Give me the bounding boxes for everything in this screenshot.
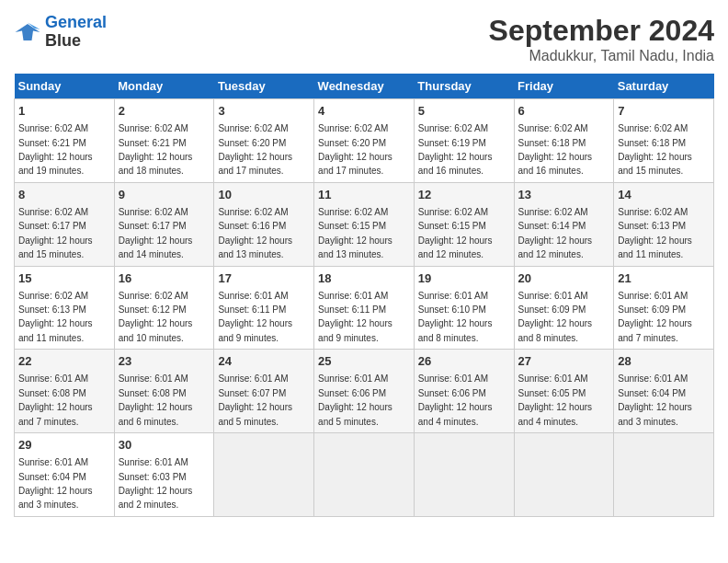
day-number: 11 [318, 187, 410, 203]
day-number: 14 [618, 187, 710, 203]
header-sunday: Sunday [15, 74, 115, 99]
day-cell-12: 12 Sunrise: 6:02 AMSunset: 6:15 PMDaylig… [414, 182, 514, 266]
header-friday: Friday [514, 74, 614, 99]
day-cell-4: 4 Sunrise: 6:02 AMSunset: 6:20 PMDayligh… [314, 99, 415, 183]
day-number: 12 [418, 187, 510, 203]
empty-cell-w4-d5 [514, 433, 614, 517]
day-number: 7 [618, 103, 710, 120]
day-cell-13: 13 Sunrise: 6:02 AMSunset: 6:14 PMDaylig… [514, 182, 614, 266]
day-cell-7: 7 Sunrise: 6:02 AMSunset: 6:18 PMDayligh… [614, 99, 714, 183]
day-number: 16 [119, 270, 210, 287]
day-number: 23 [119, 353, 210, 370]
day-cell-28: 28 Sunrise: 6:01 AMSunset: 6:04 PMDaylig… [614, 350, 714, 433]
logo-icon [14, 21, 41, 43]
title-block: September 2024 Madukkur, Tamil Nadu, Ind… [489, 14, 714, 64]
calendar-title: September 2024 [489, 14, 714, 48]
day-cell-5: 5 Sunrise: 6:02 AMSunset: 6:19 PMDayligh… [414, 99, 514, 183]
day-number: 6 [518, 103, 610, 120]
day-info: Sunrise: 6:02 AMSunset: 6:13 PMDaylight:… [618, 207, 692, 259]
day-cell-23: 23 Sunrise: 6:01 AMSunset: 6:08 PMDaylig… [114, 350, 214, 433]
day-number: 28 [618, 353, 710, 370]
day-number: 22 [18, 353, 110, 370]
day-cell-15: 15 Sunrise: 6:02 AMSunset: 6:13 PMDaylig… [15, 266, 115, 350]
day-info: Sunrise: 6:01 AMSunset: 6:09 PMDaylight:… [518, 291, 593, 343]
calendar-header: Sunday Monday Tuesday Wednesday Thursday… [15, 74, 714, 99]
day-number: 21 [618, 270, 710, 287]
empty-cell-w4-d2 [214, 433, 314, 517]
day-cell-19: 19 Sunrise: 6:01 AMSunset: 6:10 PMDaylig… [414, 266, 514, 350]
day-number: 25 [318, 353, 410, 370]
day-info: Sunrise: 6:01 AMSunset: 6:09 PMDaylight:… [618, 291, 692, 343]
day-info: Sunrise: 6:01 AMSunset: 6:10 PMDaylight:… [418, 291, 493, 343]
day-number: 8 [18, 187, 110, 203]
day-info: Sunrise: 6:01 AMSunset: 6:06 PMDaylight:… [418, 373, 493, 426]
empty-cell-w4-d3 [314, 433, 415, 517]
day-info: Sunrise: 6:02 AMSunset: 6:20 PMDaylight:… [218, 123, 292, 176]
day-cell-22: 22 Sunrise: 6:01 AMSunset: 6:08 PMDaylig… [15, 350, 115, 433]
day-info: Sunrise: 6:01 AMSunset: 6:06 PMDaylight:… [318, 373, 392, 426]
day-cell-6: 6 Sunrise: 6:02 AMSunset: 6:18 PMDayligh… [514, 99, 614, 183]
empty-cell-w4-d4 [414, 433, 514, 517]
logo-text: GeneralBlue [45, 14, 107, 51]
week-row-3: 15 Sunrise: 6:02 AMSunset: 6:13 PMDaylig… [15, 266, 714, 350]
header-monday: Monday [114, 74, 214, 99]
day-info: Sunrise: 6:02 AMSunset: 6:18 PMDaylight:… [518, 123, 593, 176]
day-number: 5 [418, 103, 510, 120]
day-number: 9 [119, 187, 210, 203]
day-info: Sunrise: 6:02 AMSunset: 6:21 PMDaylight:… [119, 123, 193, 176]
day-cell-1: 1 Sunrise: 6:02 AMSunset: 6:21 PMDayligh… [15, 99, 115, 183]
day-info: Sunrise: 6:01 AMSunset: 6:08 PMDaylight:… [119, 373, 193, 426]
svg-marker-0 [16, 24, 40, 40]
day-number: 27 [518, 353, 610, 370]
day-number: 3 [218, 103, 310, 120]
day-number: 30 [119, 437, 210, 454]
calendar-subtitle: Madukkur, Tamil Nadu, India [489, 48, 714, 64]
day-info: Sunrise: 6:02 AMSunset: 6:13 PMDaylight:… [18, 291, 93, 343]
day-info: Sunrise: 6:02 AMSunset: 6:17 PMDaylight:… [18, 207, 93, 259]
day-number: 19 [418, 270, 510, 287]
page-header: GeneralBlue September 2024 Madukkur, Tam… [14, 14, 714, 64]
day-info: Sunrise: 6:02 AMSunset: 6:20 PMDaylight:… [318, 123, 392, 176]
calendar-table: Sunday Monday Tuesday Wednesday Thursday… [14, 74, 714, 517]
day-number: 13 [518, 187, 610, 203]
header-thursday: Thursday [414, 74, 514, 99]
day-info: Sunrise: 6:02 AMSunset: 6:12 PMDaylight:… [119, 291, 193, 343]
day-info: Sunrise: 6:01 AMSunset: 6:11 PMDaylight:… [318, 291, 392, 343]
day-cell-26: 26 Sunrise: 6:01 AMSunset: 6:06 PMDaylig… [414, 350, 514, 433]
day-info: Sunrise: 6:01 AMSunset: 6:04 PMDaylight:… [18, 457, 93, 510]
day-info: Sunrise: 6:02 AMSunset: 6:19 PMDaylight:… [418, 123, 493, 176]
weekday-row: Sunday Monday Tuesday Wednesday Thursday… [15, 74, 714, 99]
day-cell-27: 27 Sunrise: 6:01 AMSunset: 6:05 PMDaylig… [514, 350, 614, 433]
day-cell-18: 18 Sunrise: 6:01 AMSunset: 6:11 PMDaylig… [314, 266, 415, 350]
day-cell-30: 30 Sunrise: 6:01 AMSunset: 6:03 PMDaylig… [114, 433, 214, 517]
day-info: Sunrise: 6:01 AMSunset: 6:11 PMDaylight:… [218, 291, 292, 343]
day-number: 24 [218, 353, 310, 370]
day-info: Sunrise: 6:01 AMSunset: 6:05 PMDaylight:… [518, 373, 593, 426]
day-cell-8: 8 Sunrise: 6:02 AMSunset: 6:17 PMDayligh… [15, 182, 115, 266]
header-tuesday: Tuesday [214, 74, 314, 99]
day-cell-17: 17 Sunrise: 6:01 AMSunset: 6:11 PMDaylig… [214, 266, 314, 350]
day-info: Sunrise: 6:02 AMSunset: 6:14 PMDaylight:… [518, 207, 593, 259]
week-row-1: 1 Sunrise: 6:02 AMSunset: 6:21 PMDayligh… [15, 99, 714, 183]
day-cell-16: 16 Sunrise: 6:02 AMSunset: 6:12 PMDaylig… [114, 266, 214, 350]
day-number: 2 [119, 103, 210, 120]
day-number: 4 [318, 103, 410, 120]
day-info: Sunrise: 6:02 AMSunset: 6:18 PMDaylight:… [618, 123, 692, 176]
day-info: Sunrise: 6:01 AMSunset: 6:07 PMDaylight:… [218, 373, 292, 426]
calendar-body: 1 Sunrise: 6:02 AMSunset: 6:21 PMDayligh… [15, 99, 714, 517]
header-saturday: Saturday [614, 74, 714, 99]
day-number: 17 [218, 270, 310, 287]
day-number: 29 [18, 437, 110, 454]
day-info: Sunrise: 6:02 AMSunset: 6:16 PMDaylight:… [218, 207, 292, 259]
day-number: 10 [218, 187, 310, 203]
day-cell-3: 3 Sunrise: 6:02 AMSunset: 6:20 PMDayligh… [214, 99, 314, 183]
day-cell-21: 21 Sunrise: 6:01 AMSunset: 6:09 PMDaylig… [614, 266, 714, 350]
day-number: 1 [18, 103, 110, 120]
week-row-5: 29 Sunrise: 6:01 AMSunset: 6:04 PMDaylig… [15, 433, 714, 517]
day-info: Sunrise: 6:01 AMSunset: 6:08 PMDaylight:… [18, 373, 93, 426]
empty-cell-w4-d6 [614, 433, 714, 517]
day-cell-20: 20 Sunrise: 6:01 AMSunset: 6:09 PMDaylig… [514, 266, 614, 350]
day-number: 26 [418, 353, 510, 370]
day-cell-14: 14 Sunrise: 6:02 AMSunset: 6:13 PMDaylig… [614, 182, 714, 266]
day-cell-10: 10 Sunrise: 6:02 AMSunset: 6:16 PMDaylig… [214, 182, 314, 266]
